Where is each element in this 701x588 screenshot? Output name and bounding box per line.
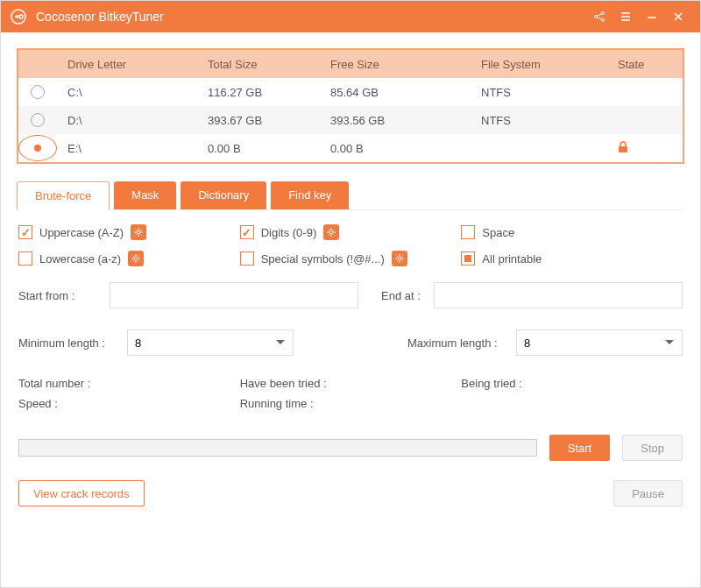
header-free: Free Size bbox=[330, 58, 481, 71]
min-length-label: Minimum length : bbox=[18, 337, 127, 350]
table-row[interactable]: D:\ 393.67 GB 393.56 GB NTFS bbox=[18, 106, 683, 134]
tab-mask[interactable]: Mask bbox=[114, 181, 176, 209]
special-checkbox[interactable] bbox=[240, 251, 254, 266]
have-been-tried-label: Have been tried : bbox=[240, 377, 462, 390]
view-crack-records-button[interactable]: View crack records bbox=[18, 480, 145, 507]
lowercase-gear-icon[interactable] bbox=[128, 251, 144, 266]
header-drive: Drive Letter bbox=[57, 58, 208, 71]
svg-point-1 bbox=[19, 15, 23, 18]
cell-letter: C:\ bbox=[57, 86, 208, 99]
table-header: Drive Letter Total Size Free Size File S… bbox=[18, 50, 683, 78]
drive-table: Drive Letter Total Size Free Size File S… bbox=[17, 48, 684, 164]
min-length-select[interactable] bbox=[127, 329, 294, 356]
start-button[interactable]: Start bbox=[549, 435, 610, 461]
table-row[interactable]: C:\ 116.27 GB 85.64 GB NTFS bbox=[18, 78, 683, 106]
start-from-input[interactable] bbox=[110, 282, 358, 308]
cell-free: 393.56 GB bbox=[330, 114, 481, 127]
digits-label: Digits (0-9) bbox=[261, 226, 317, 239]
digits-checkbox[interactable] bbox=[240, 225, 254, 239]
stop-button[interactable]: Stop bbox=[622, 435, 683, 461]
pause-button[interactable]: Pause bbox=[613, 480, 683, 507]
option-all-printable: All printable bbox=[461, 251, 683, 266]
menu-button[interactable] bbox=[612, 1, 639, 32]
app-logo-icon bbox=[10, 8, 27, 25]
app-title: Cocosenor BitkeyTuner bbox=[36, 10, 586, 24]
space-checkbox[interactable] bbox=[461, 225, 475, 239]
cell-fs: NTFS bbox=[481, 86, 618, 99]
tabs: Brute-force Mask Dictionary Find key bbox=[17, 181, 684, 210]
header-state: State bbox=[618, 58, 683, 71]
option-special: Special symbols (!@#...) bbox=[240, 251, 462, 266]
tab-brute-force[interactable]: Brute-force bbox=[17, 181, 110, 210]
lowercase-label: Lowercase (a-z) bbox=[39, 252, 121, 266]
cell-letter: D:\ bbox=[57, 114, 208, 127]
end-at-label: End at : bbox=[381, 289, 434, 302]
cell-free: 85.64 GB bbox=[330, 86, 481, 99]
svg-point-9 bbox=[398, 257, 401, 260]
cell-free: 0.00 B bbox=[330, 142, 481, 155]
cell-total: 393.67 GB bbox=[208, 114, 330, 127]
drive-radio[interactable] bbox=[18, 135, 57, 161]
end-at-input[interactable] bbox=[434, 282, 683, 308]
lock-icon bbox=[618, 143, 628, 156]
content: Drive Letter Total Size Free Size File S… bbox=[1, 32, 700, 522]
tab-find-key[interactable]: Find key bbox=[271, 181, 349, 209]
svg-point-6 bbox=[137, 230, 140, 234]
space-label: Space bbox=[482, 226, 514, 239]
lowercase-checkbox[interactable] bbox=[18, 251, 32, 266]
header-fs: File System bbox=[481, 58, 618, 71]
being-tried-label: Being tried : bbox=[461, 377, 683, 390]
all-printable-checkbox[interactable] bbox=[461, 251, 475, 266]
option-lowercase: Lowercase (a-z) bbox=[18, 251, 240, 266]
special-gear-icon[interactable] bbox=[392, 251, 407, 266]
cell-total: 0.00 B bbox=[208, 142, 330, 155]
start-from-label: Start from : bbox=[18, 289, 110, 302]
progress-bar bbox=[18, 439, 537, 457]
uppercase-gear-icon[interactable] bbox=[131, 224, 146, 240]
max-length-label: Maximum length : bbox=[407, 337, 516, 350]
option-digits: Digits (0-9) bbox=[240, 224, 462, 240]
max-length-select[interactable] bbox=[516, 329, 683, 356]
all-printable-label: All printable bbox=[482, 252, 542, 266]
speed-label: Speed : bbox=[18, 397, 240, 410]
table-row[interactable]: E:\ 0.00 B 0.00 B bbox=[18, 134, 683, 162]
svg-point-7 bbox=[329, 230, 333, 234]
uppercase-checkbox[interactable] bbox=[18, 225, 32, 239]
uppercase-label: Uppercase (A-Z) bbox=[39, 226, 124, 239]
titlebar: Cocosenor BitkeyTuner bbox=[1, 1, 700, 32]
drive-radio[interactable] bbox=[31, 113, 45, 127]
total-number-label: Total number : bbox=[18, 377, 240, 390]
share-button[interactable] bbox=[586, 1, 612, 32]
svg-rect-5 bbox=[619, 146, 627, 152]
close-button[interactable] bbox=[665, 1, 691, 32]
cell-total: 116.27 GB bbox=[208, 86, 330, 99]
drive-radio[interactable] bbox=[31, 85, 45, 99]
header-total: Total Size bbox=[208, 58, 330, 71]
minimize-button[interactable] bbox=[639, 1, 665, 32]
digits-gear-icon[interactable] bbox=[323, 224, 339, 240]
cell-fs: NTFS bbox=[481, 114, 618, 127]
running-time-label: Running time : bbox=[240, 397, 462, 410]
options-panel: Uppercase (A-Z) Digits (0-9) Space Lower… bbox=[17, 210, 684, 507]
option-uppercase: Uppercase (A-Z) bbox=[18, 224, 240, 240]
tab-dictionary[interactable]: Dictionary bbox=[181, 181, 266, 209]
special-label: Special symbols (!@#...) bbox=[261, 252, 385, 266]
option-space: Space bbox=[461, 224, 683, 240]
cell-letter: E:\ bbox=[57, 142, 208, 155]
svg-point-8 bbox=[134, 257, 138, 260]
